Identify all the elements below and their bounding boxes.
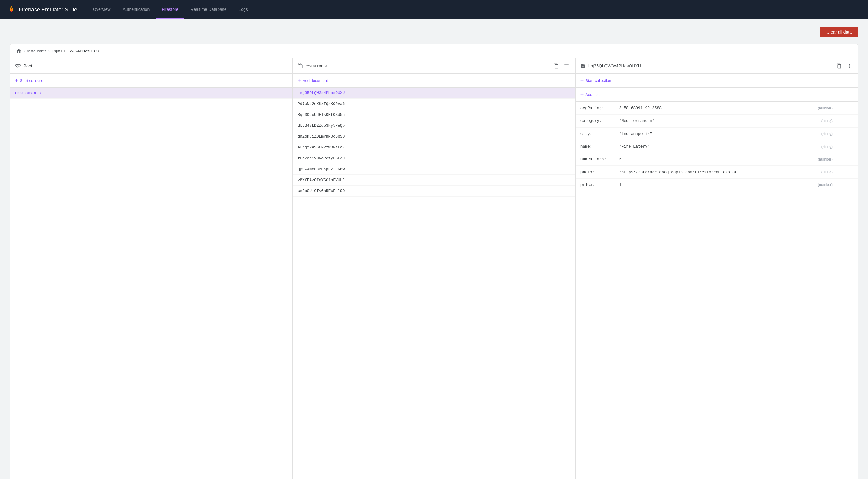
document-column-actions — [835, 62, 853, 70]
list-item-doc-3[interactable]: dL5B4vLDZZubSRy5PeQp — [293, 121, 575, 131]
list-item-doc-5[interactable]: eLAgYxeSS6k2zWORiLcK — [293, 142, 575, 153]
field-row-price: price: 1 (number) — [576, 179, 858, 192]
add-document-button[interactable]: + Add document — [293, 74, 575, 88]
field-type-photo: (string) — [822, 170, 833, 174]
document-column: Lnj35QLQW3x4PHosOUXU + Start collection — [576, 58, 858, 479]
delete-avgrating-button[interactable] — [846, 105, 853, 111]
edit-price-button[interactable] — [837, 182, 845, 188]
field-type-category: (string) — [822, 119, 833, 123]
breadcrumb-sep-1: › — [23, 48, 25, 54]
main-content: Clear all data › restaurants › Lnj35QLQW… — [0, 19, 868, 479]
edit-numratings-button[interactable] — [837, 156, 845, 162]
list-item-doc-8[interactable]: vBXfFAzOfqYGCfbFVULl — [293, 175, 575, 186]
plus-icon-doc-collection: + — [581, 77, 584, 84]
add-field-button[interactable]: + Add field — [576, 88, 858, 102]
root-wifi-icon — [15, 63, 21, 69]
top-nav: Firebase Emulator Suite Overview Authent… — [0, 0, 868, 19]
breadcrumb-sep-2: › — [48, 48, 50, 54]
more-options-button[interactable] — [845, 62, 853, 70]
document-column-header: Lnj35QLQW3x4PHosOUXU — [576, 58, 858, 74]
field-type-avgrating: (number) — [818, 106, 833, 110]
nav-authentication[interactable]: Authentication — [117, 0, 156, 19]
clear-all-data-button[interactable]: Clear all data — [820, 27, 859, 37]
field-row-numratings: numRatings: 5 (number) — [576, 153, 858, 166]
field-row-avgrating: avgRating: 3.5816899119913588 (number) — [576, 102, 858, 114]
list-item-doc-6[interactable]: fEcZoNSVMNoPefyPBLZH — [293, 153, 575, 164]
list-item-doc-4[interactable]: dnZokuiZOEmrnMOcBpSO — [293, 131, 575, 142]
field-row-city: city: "Indianapolis" (string) — [576, 128, 858, 140]
field-key-numratings: numRatings: — [581, 157, 617, 162]
list-item-doc-1[interactable]: Pd7oNz2eXKxTQsKO9va6 — [293, 99, 575, 109]
plus-icon-root: + — [15, 77, 18, 84]
field-value-category: "Mediterranean" — [619, 118, 819, 123]
document-icon — [581, 63, 586, 69]
columns-container: Root + Start collection restaurants — [10, 58, 858, 479]
field-key-city: city: — [581, 132, 617, 136]
field-key-avgrating: avgRating: — [581, 106, 617, 110]
restaurants-column-actions — [552, 62, 570, 70]
breadcrumb-home-icon[interactable] — [16, 48, 22, 54]
restaurants-list: Lnj35QLQW3x4PHosOUXU Pd7oNz2eXKxTQsKO9va… — [293, 88, 575, 479]
field-value-avgrating: 3.5816899119913588 — [619, 106, 816, 110]
list-item-doc-7[interactable]: qp0wXmohoMhKpnzt1Kgw — [293, 164, 575, 175]
field-type-numratings: (number) — [818, 157, 833, 162]
field-key-price: price: — [581, 183, 617, 187]
nav-brand-title: Firebase Emulator Suite — [19, 7, 77, 13]
edit-avgrating-button[interactable] — [837, 105, 845, 111]
copy-collection-button[interactable] — [552, 62, 560, 70]
restaurants-column: restaurants + Add document — [293, 58, 575, 479]
restaurants-column-title: restaurants — [305, 64, 550, 68]
field-row-photo: photo: "https://storage.googleapis.com/f… — [576, 166, 858, 178]
edit-category-button[interactable] — [837, 117, 845, 124]
restaurants-column-header: restaurants — [293, 58, 575, 74]
breadcrumb-document: Lnj35QLQW3x4PHosOUXU — [52, 49, 101, 53]
list-item-doc-0[interactable]: Lnj35QLQW3x4PHosOUXU — [293, 88, 575, 99]
nav-firestore[interactable]: Firestore — [156, 0, 184, 19]
field-value-photo: "https://storage.googleapis.com/firestor… — [619, 170, 740, 174]
delete-price-button[interactable] — [846, 182, 853, 188]
field-key-category: category: — [581, 118, 617, 123]
list-item-doc-2[interactable]: Rqq3DcuUdHTsOBfOSd5h — [293, 109, 575, 121]
root-column-title: Root — [23, 64, 287, 68]
toolbar: Clear all data — [10, 27, 858, 37]
nav-brand: Firebase Emulator Suite — [7, 5, 77, 14]
field-value-price: 1 — [619, 183, 816, 187]
filter-collection-button[interactable] — [563, 62, 570, 70]
copy-document-button[interactable] — [835, 62, 843, 70]
field-type-price: (number) — [818, 183, 833, 187]
fire-icon — [7, 5, 16, 14]
start-collection-button[interactable]: + Start collection — [10, 74, 292, 88]
delete-photo-button[interactable] — [846, 169, 853, 175]
delete-category-button[interactable] — [846, 117, 853, 124]
delete-numratings-button[interactable] — [846, 156, 853, 162]
firestore-panel: › restaurants › Lnj35QLQW3x4PHosOUXU Roo… — [10, 43, 858, 479]
add-field-label: Add field — [585, 92, 601, 97]
field-row-name: name: "Fire Eatery" (string) — [576, 140, 858, 153]
add-document-label: Add document — [303, 78, 328, 83]
edit-photo-button[interactable] — [837, 169, 845, 175]
doc-start-collection-label: Start collection — [585, 78, 611, 83]
field-value-city: "Indianapolis" — [619, 132, 819, 136]
document-column-title: Lnj35QLQW3x4PHosOUXU — [588, 64, 833, 68]
start-collection-label: Start collection — [20, 78, 46, 83]
list-item-restaurants[interactable]: restaurants — [10, 88, 292, 99]
edit-name-button[interactable] — [837, 143, 845, 150]
delete-name-button[interactable] — [846, 143, 853, 150]
plus-icon-restaurants: + — [298, 77, 301, 84]
restaurants-doc-icon — [298, 63, 303, 69]
nav-logs[interactable]: Logs — [232, 0, 254, 19]
nav-overview[interactable]: Overview — [87, 0, 117, 19]
field-key-name: name: — [581, 144, 617, 149]
root-column-header: Root — [10, 58, 292, 74]
breadcrumb: › restaurants › Lnj35QLQW3x4PHosOUXU — [10, 44, 858, 58]
nav-links: Overview Authentication Firestore Realti… — [87, 0, 254, 19]
list-item-doc-9[interactable]: wnRoGUiCTv6hRBWELl9Q — [293, 186, 575, 197]
breadcrumb-collection[interactable]: restaurants — [27, 49, 46, 53]
delete-city-button[interactable] — [846, 131, 853, 137]
doc-start-collection-button[interactable]: + Start collection — [576, 74, 858, 88]
nav-realtime-database[interactable]: Realtime Database — [184, 0, 232, 19]
plus-icon-field: + — [581, 91, 584, 98]
edit-city-button[interactable] — [837, 131, 845, 137]
field-type-name: (string) — [822, 144, 833, 149]
field-value-numratings: 5 — [619, 157, 816, 162]
